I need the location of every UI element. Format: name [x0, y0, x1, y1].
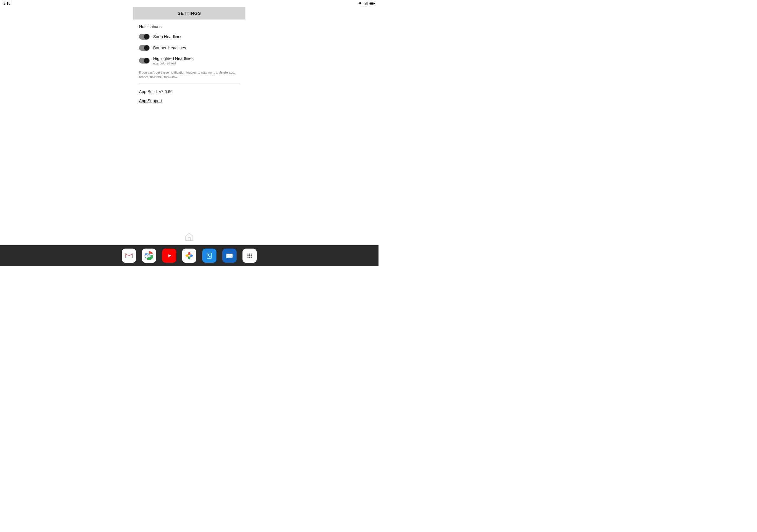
battery-icon: [369, 2, 375, 5]
dock-app-grid[interactable]: [242, 249, 257, 263]
signal-icon: [364, 2, 368, 5]
svg-rect-6: [374, 3, 375, 4]
svg-point-34: [251, 255, 252, 256]
svg-rect-24: [205, 251, 214, 260]
siren-headlines-label-group: Siren Headlines: [153, 34, 182, 39]
highlighted-headlines-row: Highlighted Headlines e.g. colored red: [139, 56, 239, 65]
youtube-icon: [165, 251, 174, 260]
svg-point-23: [188, 255, 191, 257]
highlighted-headlines-label-group: Highlighted Headlines e.g. colored red: [153, 56, 194, 65]
svg-point-36: [249, 256, 250, 258]
bottom-dock: [0, 245, 378, 266]
settings-container: SETTINGS Notifications Siren Headlines B…: [133, 7, 245, 108]
svg-point-37: [251, 256, 252, 258]
siren-headlines-toggle[interactable]: [139, 34, 150, 40]
status-icons: [358, 2, 375, 5]
dock-youtube[interactable]: [162, 249, 176, 263]
settings-content: Notifications Siren Headlines Banner Hea…: [133, 19, 245, 108]
dock-gmail[interactable]: [122, 249, 136, 263]
banner-headlines-toggle[interactable]: [139, 45, 150, 51]
dock-photos[interactable]: [182, 249, 197, 263]
banner-headlines-label-group: Banner Headlines: [153, 45, 186, 50]
grid-icon: [245, 251, 254, 260]
home-button-area: [185, 232, 194, 242]
svg-point-29: [248, 253, 249, 255]
status-time: 2:10: [4, 1, 10, 6]
app-support-link[interactable]: App Support: [139, 99, 162, 103]
settings-header: SETTINGS: [133, 7, 245, 19]
highlighted-headlines-label: Highlighted Headlines: [153, 56, 194, 61]
status-bar: 2:10: [0, 0, 378, 7]
svg-point-33: [249, 255, 250, 256]
chrome-icon: [144, 251, 154, 260]
dock-chrome[interactable]: [142, 249, 156, 263]
messages-icon: [225, 251, 234, 260]
svg-point-35: [248, 256, 249, 258]
notification-helper-text: If you can't get these notification togg…: [139, 70, 239, 79]
dock-phone[interactable]: [202, 249, 217, 263]
notifications-section-label: Notifications: [139, 24, 239, 29]
toggle-thumb: [144, 45, 149, 50]
gmail-icon: [124, 251, 134, 260]
svg-point-32: [248, 255, 249, 256]
siren-headlines-row: Siren Headlines: [139, 34, 239, 40]
svg-rect-2: [366, 3, 366, 5]
phone-icon: [205, 251, 214, 260]
toggle-thumb: [144, 34, 149, 39]
svg-point-14: [148, 254, 150, 257]
svg-point-30: [249, 253, 250, 255]
svg-rect-9: [125, 253, 133, 258]
highlighted-headlines-toggle[interactable]: [139, 58, 150, 64]
siren-headlines-label: Siren Headlines: [153, 34, 182, 39]
svg-rect-3: [366, 2, 367, 5]
photos-icon: [185, 251, 194, 260]
svg-rect-1: [365, 4, 365, 5]
toggle-thumb: [144, 58, 149, 63]
app-build-label: App Build: v7.0.66: [139, 89, 239, 94]
svg-rect-0: [364, 4, 364, 5]
wifi-icon: [358, 2, 363, 5]
home-icon[interactable]: [185, 232, 194, 241]
svg-point-31: [251, 253, 252, 255]
svg-rect-7: [370, 3, 374, 5]
settings-title: SETTINGS: [177, 11, 201, 16]
banner-headlines-label: Banner Headlines: [153, 45, 186, 50]
dock-messages[interactable]: [222, 249, 237, 263]
section-divider: [139, 83, 239, 83]
svg-rect-4: [367, 2, 368, 5]
highlighted-headlines-sublabel: e.g. colored red: [153, 62, 194, 65]
banner-headlines-row: Banner Headlines: [139, 45, 239, 51]
